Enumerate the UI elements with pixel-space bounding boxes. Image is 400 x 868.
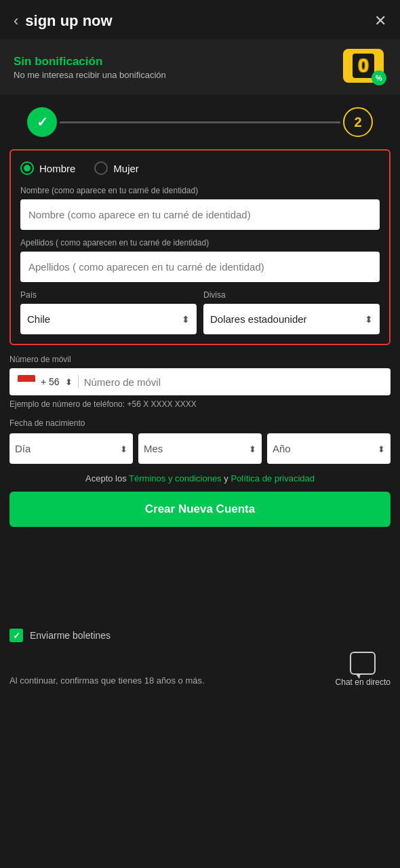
- chat-label: Chat en directo: [336, 677, 391, 687]
- phone-divider: [78, 375, 79, 389]
- gender-row: Hombre Mujer: [20, 161, 380, 175]
- radio-female-label: Mujer: [113, 163, 139, 174]
- phone-code: + 56: [41, 376, 60, 387]
- footer: Al continuar, confirmas que tienes 18 añ…: [0, 648, 400, 701]
- chat-bubble-icon: [350, 652, 376, 675]
- name-label: Nombre (como aparece en tu carné de iden…: [20, 186, 380, 195]
- phone-input[interactable]: [84, 376, 382, 388]
- date-row: Día Mes Año: [9, 433, 391, 464]
- day-select-wrapper: Día: [9, 433, 133, 464]
- birthdate-section: Fecha de nacimiento Día Mes Año: [0, 418, 400, 464]
- page-title: sign up now: [25, 12, 112, 30]
- lastname-label: Apellidos ( como aparecen en tu carné de…: [20, 238, 380, 248]
- terms-prefix: Acepto los: [85, 473, 129, 484]
- newsletter-checkbox[interactable]: [9, 629, 23, 642]
- phone-label: Número de móvil: [9, 355, 391, 364]
- terms-section: Acepto los Términos y condiciones y Polí…: [0, 473, 400, 484]
- flag-top: [18, 375, 35, 382]
- name-input[interactable]: [20, 199, 380, 230]
- currency-select-wrapper: Dolares estadounider: [203, 304, 380, 334]
- month-select-wrapper: Mes: [138, 433, 262, 464]
- currency-label: Divisa: [203, 290, 380, 300]
- radio-female[interactable]: [94, 161, 108, 175]
- close-button[interactable]: ✕: [374, 12, 386, 30]
- chat-widget[interactable]: Chat en directo: [336, 652, 391, 687]
- newsletter-label: Enviarme boletines: [30, 630, 111, 641]
- create-account-button[interactable]: Crear Nueva Cuenta: [9, 492, 391, 527]
- country-group: País Chile: [20, 290, 197, 334]
- year-select[interactable]: Año: [267, 433, 391, 464]
- currency-group: Divisa Dolares estadounider: [203, 290, 380, 334]
- month-select[interactable]: Mes: [138, 433, 262, 464]
- header: ‹ sign up now ✕: [0, 0, 400, 39]
- country-select[interactable]: Chile: [20, 304, 197, 334]
- birthdate-label: Fecha de nacimiento: [9, 418, 391, 428]
- lastname-input[interactable]: [20, 252, 380, 282]
- phone-row: + 56 ⬍: [9, 368, 391, 395]
- bonus-title: Sin bonificación: [14, 55, 166, 68]
- chile-flag-icon: [18, 375, 35, 389]
- bonus-zero: 0: [353, 54, 374, 78]
- country-select-wrapper: Chile: [20, 304, 197, 334]
- day-select[interactable]: Día: [9, 433, 133, 464]
- bonus-badge: 0 %: [343, 49, 386, 85]
- bonus-percent: %: [372, 71, 386, 85]
- bonus-text: Sin bonificación No me interesa recibir …: [14, 55, 166, 80]
- country-currency-row: País Chile Divisa Dolares estadounider: [20, 290, 380, 334]
- bonus-badge-inner: 0 %: [343, 49, 384, 83]
- stepper: ✓ 2: [0, 95, 400, 149]
- gender-male[interactable]: Hombre: [20, 161, 75, 175]
- step-1: ✓: [27, 107, 57, 137]
- newsletter-row: Enviarme boletines: [0, 618, 400, 648]
- personal-info-form: Hombre Mujer Nombre (como aparece en tu …: [9, 149, 391, 345]
- step-2: 2: [343, 107, 373, 137]
- year-select-wrapper: Año: [267, 433, 391, 464]
- header-left: ‹ sign up now: [14, 12, 113, 30]
- footer-text: Al continuar, confirmas que tienes 18 añ…: [9, 675, 205, 687]
- phone-arrows[interactable]: ⬍: [65, 377, 73, 387]
- create-button-section: Crear Nueva Cuenta: [0, 492, 400, 527]
- phone-hint: Ejemplo de número de teléfono: +56 X XXX…: [9, 399, 391, 409]
- phone-section: Número de móvil + 56 ⬍ Ejemplo de número…: [0, 355, 400, 409]
- currency-select[interactable]: Dolares estadounider: [203, 304, 380, 334]
- back-button[interactable]: ‹: [14, 12, 18, 30]
- privacy-link[interactable]: Política de privacidad: [231, 473, 315, 484]
- country-label: País: [20, 290, 197, 300]
- bonus-subtitle: No me interesa recibir una bonificación: [14, 70, 166, 80]
- spacer: [0, 536, 400, 618]
- terms-link[interactable]: Términos y condiciones: [129, 473, 222, 484]
- bonus-banner[interactable]: Sin bonificación No me interesa recibir …: [0, 39, 400, 95]
- terms-conjunction: y: [224, 473, 231, 484]
- gender-female[interactable]: Mujer: [94, 161, 139, 175]
- radio-male-label: Hombre: [39, 163, 75, 174]
- flag-bottom: [18, 382, 35, 389]
- step-line: [60, 121, 340, 123]
- radio-male[interactable]: [20, 161, 34, 175]
